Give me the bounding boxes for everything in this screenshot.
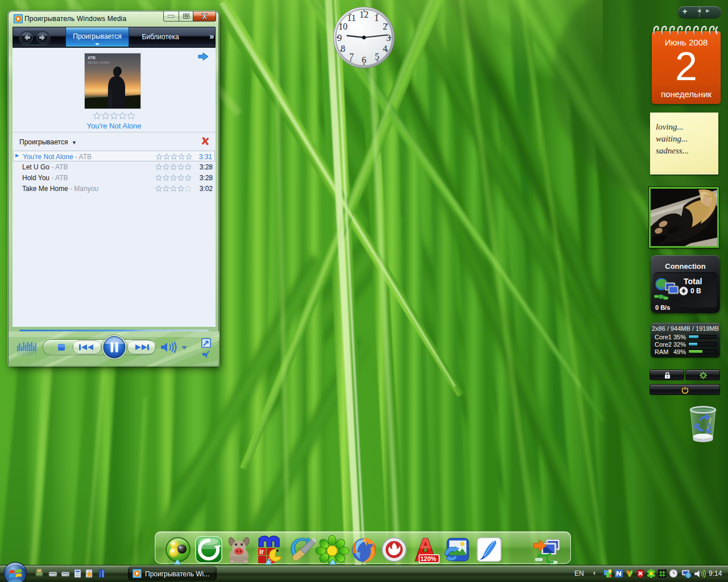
- svg-text:3: 3: [386, 33, 391, 43]
- svg-text:6: 6: [362, 55, 366, 65]
- svg-text:10: 10: [338, 22, 348, 31]
- svg-text:SEVEN YEARS: SEVEN YEARS: [88, 61, 110, 64]
- svg-text:9: 9: [337, 33, 342, 43]
- svg-text:2: 2: [383, 22, 387, 31]
- svg-text:7: 7: [349, 52, 354, 61]
- svg-text:8: 8: [341, 44, 345, 53]
- svg-text:5: 5: [375, 52, 379, 61]
- svg-text:ir: ir: [259, 548, 264, 556]
- svg-text:4: 4: [383, 44, 387, 53]
- svg-text:ATB: ATB: [88, 56, 96, 60]
- svg-text:1: 1: [374, 13, 379, 23]
- svg-text:11: 11: [347, 13, 355, 23]
